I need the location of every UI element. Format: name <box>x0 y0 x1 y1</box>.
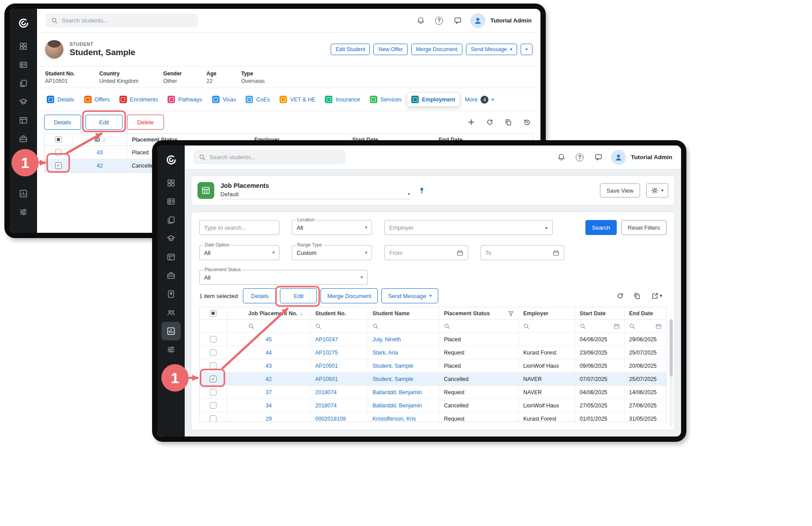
more-actions-button[interactable]: ▾ <box>521 44 533 55</box>
student-no-link[interactable]: AP10275 <box>311 346 368 359</box>
table-row[interactable]: 29 0002018108 Kristofferson, Kris Reques… <box>200 412 666 422</box>
copy-button[interactable] <box>502 116 515 129</box>
tab-insurance[interactable]: Insurance <box>320 92 364 107</box>
user-menu[interactable]: Tutorial Admin <box>611 150 672 165</box>
filter-employer[interactable] <box>519 320 575 332</box>
student-name-link[interactable]: July, Nineth <box>368 333 440 346</box>
student-no-link[interactable]: AP10247 <box>311 333 368 346</box>
refresh-button[interactable] <box>483 116 496 129</box>
placement-no-link[interactable]: 45 <box>227 333 311 346</box>
tab-enrolments[interactable]: Enrolments <box>115 92 163 107</box>
send-message-button[interactable]: Send Message▾ <box>381 288 438 303</box>
column-header-employer[interactable]: Employer <box>519 307 575 319</box>
select-all-checkbox[interactable] <box>200 307 227 319</box>
tab-details[interactable]: Details <box>42 92 79 107</box>
placement-no-link[interactable]: 29 <box>227 412 311 422</box>
column-header-status[interactable]: Placement Status <box>440 307 519 319</box>
tab-vet-he[interactable]: VET & HE <box>275 92 320 107</box>
sidebar-item-courses[interactable] <box>14 93 33 111</box>
row-checkbox[interactable] <box>210 402 216 409</box>
to-date-input[interactable] <box>480 245 564 260</box>
sidebar-item-courses[interactable] <box>161 229 181 248</box>
tab-pathways[interactable]: Pathways <box>163 92 207 107</box>
tab-services[interactable]: Services <box>365 92 406 107</box>
row-checkbox-checked[interactable] <box>55 162 62 169</box>
search-input[interactable] <box>209 154 340 160</box>
row-checkbox[interactable] <box>210 362 216 369</box>
send-message-button[interactable]: Send Message▾ <box>466 44 517 55</box>
filter-funnel-icon[interactable] <box>508 310 514 317</box>
student-name-link[interactable]: Student, Sample <box>368 359 440 372</box>
row-checkbox-checked[interactable] <box>210 376 216 382</box>
range-type-select[interactable]: Range Type Custom ▾ <box>292 245 372 260</box>
sidebar-item-students[interactable] <box>161 192 181 211</box>
tab-visas[interactable]: Visas <box>208 92 241 107</box>
column-header-placement-no[interactable]: Job Placement No.↓ <box>227 307 311 319</box>
column-header-student-name[interactable]: Student Name <box>368 307 440 319</box>
sidebar-item-dashboard[interactable] <box>14 37 33 56</box>
help-icon[interactable]: ? <box>433 15 445 26</box>
select-all-checkbox[interactable] <box>45 134 73 145</box>
placement-no-link[interactable]: 34 <box>227 399 311 412</box>
sidebar-item-employment[interactable] <box>161 322 181 340</box>
student-no-link[interactable]: 2018074 <box>311 386 368 399</box>
save-view-button[interactable]: Save View <box>600 183 640 198</box>
view-select[interactable]: Default▾ <box>220 191 410 199</box>
sidebar-item-finance[interactable] <box>161 285 181 303</box>
student-search[interactable] <box>194 150 345 164</box>
sidebar-item-settings[interactable] <box>14 203 33 221</box>
filter-status[interactable] <box>440 320 519 332</box>
sidebar-item-settings[interactable] <box>161 340 181 359</box>
placement-no-link[interactable]: 44 <box>227 346 311 359</box>
app-logo-icon[interactable] <box>163 152 179 168</box>
location-select[interactable]: Location All ▾ <box>292 220 372 235</box>
search-button[interactable]: Search <box>585 220 617 235</box>
student-no-link[interactable]: 0002018108 <box>311 412 368 422</box>
edit-student-button[interactable]: Edit Student <box>331 44 370 55</box>
sidebar-item-documents[interactable] <box>161 211 181 229</box>
row-checkbox[interactable] <box>210 349 216 356</box>
row-checkbox[interactable] <box>210 336 216 343</box>
sidebar-item-documents[interactable] <box>14 74 33 93</box>
chat-icon[interactable] <box>592 152 604 163</box>
sidebar-item-boards[interactable] <box>161 248 181 266</box>
vertical-scrollbar[interactable] <box>670 319 673 426</box>
search-input[interactable] <box>62 17 192 24</box>
column-header-id[interactable]: ID↓ <box>73 134 127 145</box>
quick-search-input[interactable] <box>199 220 279 235</box>
tab-coes[interactable]: CoEs <box>241 92 274 107</box>
student-no-link[interactable]: 2018074 <box>311 399 368 412</box>
chat-icon[interactable] <box>452 15 463 26</box>
filter-student-name[interactable] <box>368 320 440 332</box>
sidebar-item-community[interactable] <box>161 303 181 322</box>
edit-button[interactable]: Edit <box>86 115 123 130</box>
row-checkbox[interactable] <box>210 415 216 422</box>
filter-placement-no[interactable] <box>227 320 311 332</box>
sidebar-item-dashboard[interactable] <box>161 174 181 192</box>
sidebar-item-boards[interactable] <box>14 111 33 130</box>
sidebar-item-employment[interactable] <box>14 184 33 203</box>
history-button[interactable] <box>520 116 533 129</box>
placement-status-select[interactable]: Placement Status All ▾ <box>199 270 368 285</box>
row-checkbox[interactable] <box>55 149 62 156</box>
copy-button[interactable] <box>630 289 644 302</box>
notifications-bell-icon[interactable] <box>555 152 567 163</box>
merge-document-button[interactable]: Merge Document <box>320 288 378 303</box>
add-button[interactable] <box>465 116 478 129</box>
table-row[interactable]: 45 AP10247 July, Nineth Placed 04/06/202… <box>200 333 666 346</box>
table-row-selected[interactable]: 42 AP10501 Student, Sample Cancelled NAV… <box>200 373 666 386</box>
view-settings-button[interactable]: ▾ <box>646 183 668 198</box>
reset-filters-button[interactable]: Reset Filters <box>621 220 667 235</box>
student-name-link[interactable]: Ballarddd, Benjamin <box>368 399 440 412</box>
from-date-input[interactable] <box>384 245 468 260</box>
edit-button[interactable]: Edit <box>280 288 317 303</box>
sidebar-item-students[interactable] <box>14 56 33 74</box>
user-menu[interactable]: Tutorial Admin <box>470 13 532 28</box>
tab-offers[interactable]: Offers <box>80 92 114 107</box>
scrollbar-thumb[interactable] <box>670 319 673 377</box>
student-name-link[interactable]: Kristofferson, Kris <box>368 412 440 422</box>
refresh-button[interactable] <box>614 289 627 302</box>
student-name-link[interactable]: Ballarddd, Benjamin <box>368 386 440 399</box>
table-row[interactable]: 43 AP10501 Student, Sample Placed LionWo… <box>200 359 666 373</box>
help-icon[interactable]: ? <box>574 152 585 163</box>
